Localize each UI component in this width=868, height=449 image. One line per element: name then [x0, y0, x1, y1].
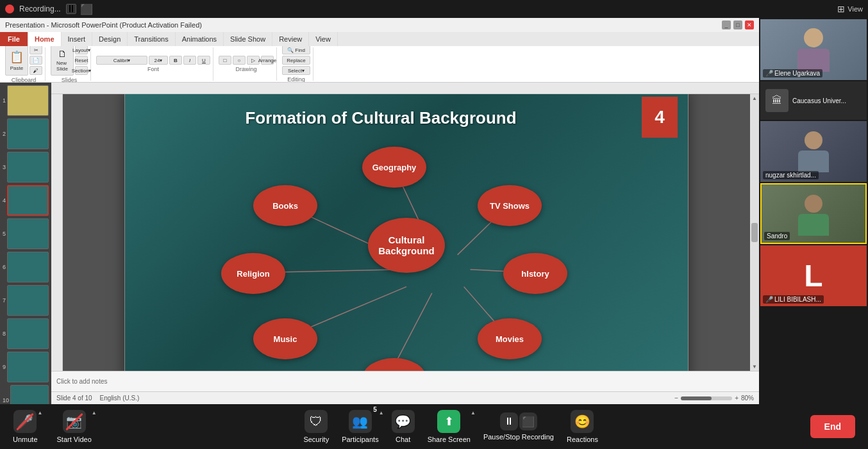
chat-button[interactable]: 💬 Chat: [392, 410, 415, 443]
caucasus-name: Caucasus Univer...: [792, 97, 846, 104]
language-status: English (U.S.): [100, 395, 140, 402]
share-screen-caret-icon[interactable]: ▲: [471, 410, 476, 416]
scroll-thumb[interactable]: [751, 223, 758, 242]
tab-animations[interactable]: Animations: [176, 32, 224, 46]
share-screen-button[interactable]: ⬆ Share Screen ▲: [428, 410, 471, 443]
shape-btn-1[interactable]: □: [219, 56, 231, 65]
slide-thumb-5[interactable]: [7, 218, 49, 249]
slide-num-3: 3: [3, 164, 6, 170]
slide-thumb-8[interactable]: [7, 318, 49, 349]
slide-num-8: 8: [3, 331, 6, 337]
find-btn[interactable]: 🔍 Find: [282, 46, 310, 54]
slide-thumb-7[interactable]: [7, 285, 49, 316]
slide-thumb-9[interactable]: [7, 352, 49, 382]
drawing-group: □ ○ ▷ Arrange Drawing: [216, 47, 277, 81]
participants-icon: 👥 5: [349, 410, 372, 433]
participant-caucasus: 🏛 Caucasus Univer...: [760, 81, 867, 120]
participants-caret-icon[interactable]: ▲: [379, 410, 384, 416]
slide-thumb-2[interactable]: [7, 118, 49, 149]
font-selector[interactable]: Calibri▾: [96, 56, 147, 65]
sandro-body: [798, 214, 829, 236]
replace-btn[interactable]: Replace: [282, 56, 310, 65]
drawing-label: Drawing: [219, 66, 274, 72]
svg-line-7: [394, 293, 432, 366]
view-btn[interactable]: ⊞ View: [837, 4, 863, 14]
tab-home[interactable]: Home: [28, 32, 62, 46]
elene-head: [804, 28, 823, 47]
participant-nugzar: nugzar skhirtlad...: [760, 121, 867, 182]
shield-icon: 🛡: [305, 410, 328, 433]
section-btn[interactable]: Section▾: [75, 66, 88, 75]
elene-name-tag: 🎤 Elene Ugarkava: [763, 69, 822, 78]
format-painter-btn[interactable]: 🖌: [29, 66, 42, 75]
scroll-down-btn[interactable]: ▼: [752, 364, 757, 370]
node-geography: Geography: [362, 147, 426, 188]
share-screen-icon-wrap: ⬆: [437, 410, 460, 433]
slide-number: 4: [642, 97, 678, 138]
start-video-label: Start Video: [57, 436, 92, 443]
stop-record-btn[interactable]: ⬛: [81, 4, 92, 14]
elene-name: Elene Ugarkava: [774, 70, 820, 77]
tab-insert[interactable]: Insert: [62, 32, 93, 46]
ppt-window-controls: _ □ ✕: [722, 20, 754, 29]
elene-mic-off-icon: 🎤: [765, 70, 773, 77]
editing-group: 🔍 Find Replace Select▾ Editing: [280, 47, 313, 81]
tab-review[interactable]: Review: [272, 32, 309, 46]
bold-btn[interactable]: B: [169, 56, 182, 65]
close-btn[interactable]: ✕: [745, 20, 754, 29]
video-caret-icon[interactable]: ▲: [92, 410, 97, 416]
slide-thumb-1[interactable]: [7, 85, 49, 116]
unmute-icon-wrap: 🎤: [13, 410, 37, 433]
slide-content[interactable]: 4 Formation of Cultural Background Cultu…: [124, 94, 689, 371]
zoom-slider[interactable]: [681, 396, 732, 400]
zoom-minus[interactable]: −: [674, 395, 678, 402]
shape-btn-2[interactable]: ○: [233, 56, 246, 65]
caucasus-avatar: 🏛: [765, 89, 789, 112]
paste-btn[interactable]: 📋Paste: [5, 46, 28, 76]
maximize-btn[interactable]: □: [733, 20, 742, 29]
pause-record-btn[interactable]: ⏸: [66, 4, 76, 14]
editing-label: Editing: [282, 76, 310, 82]
slide-thumb-3[interactable]: [7, 152, 49, 183]
reset-btn[interactable]: Reset: [75, 56, 88, 65]
tab-file[interactable]: File: [0, 32, 28, 46]
view-label: View: [847, 5, 863, 13]
toolbar-right: End: [810, 415, 855, 438]
unmute-caret-icon[interactable]: ▲: [38, 410, 43, 416]
participants-count-badge: 5: [373, 406, 377, 413]
select-btn[interactable]: Select▾: [282, 66, 310, 75]
underline-btn[interactable]: U: [197, 56, 210, 65]
cut-btn[interactable]: ✂: [29, 46, 42, 54]
slide-thumb-4[interactable]: [7, 185, 49, 216]
copy-btn[interactable]: 📄: [29, 56, 42, 65]
reactions-button[interactable]: 😊 Reactions: [567, 410, 598, 443]
scroll-up-btn[interactable]: ▲: [752, 95, 757, 101]
zoom-plus[interactable]: +: [735, 395, 739, 402]
end-button[interactable]: End: [810, 415, 855, 438]
new-slide-btn[interactable]: 🗋NewSlide: [51, 46, 74, 76]
pause-icon: ⏸: [500, 412, 518, 430]
participants-button[interactable]: 👥 5 Participants ▲: [342, 410, 378, 443]
slide-thumb-6[interactable]: [7, 252, 49, 282]
pause-stop-recording-button[interactable]: ⏸ ⬛ Pause/Stop Recording: [483, 412, 554, 441]
arrange-btn[interactable]: Arrange: [261, 56, 274, 65]
node-books: Books: [253, 185, 317, 226]
vertical-scrollbar[interactable]: ▲ ▼: [750, 94, 759, 371]
participant-sandro: Sandro: [760, 183, 867, 244]
layout-btn[interactable]: Layout▾: [75, 46, 88, 54]
tab-slideshow[interactable]: Slide Show: [224, 32, 272, 46]
tab-transitions[interactable]: Transitions: [128, 32, 175, 46]
slide-thumb-10[interactable]: [10, 385, 49, 404]
node-music: Music: [253, 318, 317, 359]
tab-view[interactable]: View: [309, 32, 338, 46]
italic-btn[interactable]: I: [183, 56, 196, 65]
font-size[interactable]: 24▾: [149, 56, 168, 65]
notes-bar[interactable]: Click to add notes: [51, 371, 759, 391]
unmute-button[interactable]: 🎤 Unmute ▲: [13, 410, 38, 443]
start-video-button[interactable]: 📷 Start Video ▲: [57, 410, 92, 443]
tab-design[interactable]: Design: [92, 32, 128, 46]
chat-label: Chat: [396, 436, 410, 443]
share-screen-icon: ⬆: [437, 410, 460, 433]
security-button[interactable]: 🛡 Security: [303, 410, 329, 443]
minimize-btn[interactable]: _: [722, 20, 731, 29]
